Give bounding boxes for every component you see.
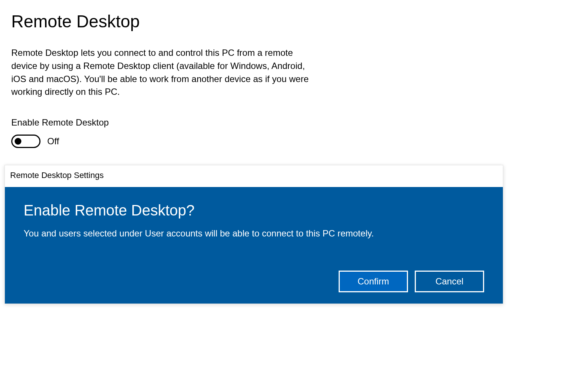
dialog-text: You and users selected under User accoun… [24, 228, 484, 239]
dialog-body: Enable Remote Desktop? You and users sel… [5, 187, 503, 304]
page-title: Remote Desktop [11, 11, 577, 31]
remote-desktop-description: Remote Desktop lets you connect to and c… [11, 46, 319, 99]
confirm-button[interactable]: Confirm [339, 271, 408, 292]
dialog-titlebar: Remote Desktop Settings [5, 165, 503, 187]
dialog-button-row: Confirm Cancel [24, 271, 484, 292]
toggle-knob-icon [15, 138, 21, 145]
toggle-state-text: Off [47, 136, 59, 147]
toggle-row: Off [11, 135, 577, 148]
dialog-heading: Enable Remote Desktop? [24, 202, 484, 219]
enable-remote-desktop-toggle[interactable] [11, 135, 40, 148]
toggle-label: Enable Remote Desktop [11, 117, 577, 128]
confirmation-dialog: Remote Desktop Settings Enable Remote De… [4, 165, 503, 304]
cancel-button[interactable]: Cancel [415, 271, 484, 292]
